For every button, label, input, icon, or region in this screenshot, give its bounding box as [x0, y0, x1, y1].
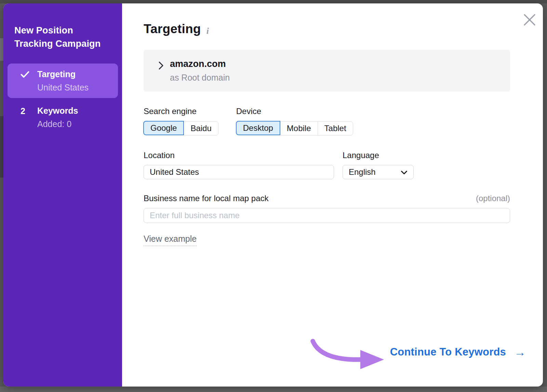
business-name-label: Business name for local map pack	[144, 194, 269, 203]
dimmed-page-background	[0, 387, 547, 392]
campaign-wizard-sidebar: New Position Tracking Campaign Targeting…	[3, 3, 122, 387]
domain-name: amazon.com	[170, 59, 230, 69]
search-engine-option-google[interactable]: Google	[143, 121, 184, 135]
language-selected-value: English	[349, 167, 376, 177]
domain-scope: as Root domain	[170, 73, 230, 83]
sidebar-step-keywords[interactable]: 2 Keywords Added: 0	[8, 100, 118, 135]
device-option-mobile[interactable]: Mobile	[280, 121, 318, 136]
language-label: Language	[343, 151, 414, 160]
continue-to-keywords-button[interactable]: Continue To Keywords →	[390, 346, 526, 358]
location-input[interactable]	[144, 165, 334, 179]
step-number: 2	[21, 106, 37, 116]
arrow-right-icon: →	[514, 347, 526, 358]
check-icon	[21, 69, 37, 78]
dimmed-page-background	[0, 38, 3, 61]
optional-note: (optional)	[476, 194, 510, 203]
search-engine-label: Search engine	[144, 107, 218, 116]
target-domain-summary[interactable]: amazon.com as Root domain	[144, 50, 510, 92]
continue-to-keywords-label: Continue To Keywords	[390, 346, 506, 358]
dimmed-page-background	[0, 0, 547, 3]
step-label-keywords: Keywords	[37, 106, 112, 116]
step-sublabel-keywords: Added: 0	[37, 119, 112, 129]
device-label: Device	[236, 107, 353, 116]
chevron-down-icon	[401, 167, 408, 177]
wizard-title: New Position Tracking Campaign	[3, 24, 122, 51]
search-engine-option-baidu[interactable]: Baidu	[184, 121, 218, 136]
device-option-tablet[interactable]: Tablet	[318, 121, 353, 136]
close-icon[interactable]	[523, 13, 536, 27]
annotation-arrow	[302, 336, 387, 372]
device-option-desktop[interactable]: Desktop	[236, 121, 280, 135]
page-title: Targeting	[144, 22, 201, 36]
device-toggle-group: Desktop Mobile Tablet	[236, 121, 353, 136]
step-sublabel-targeting: United States	[37, 82, 112, 93]
location-label: Location	[144, 151, 334, 160]
business-name-input[interactable]	[144, 208, 510, 223]
info-icon[interactable]: i	[206, 26, 209, 36]
dimmed-page-background	[0, 116, 3, 178]
step-label-targeting: Targeting	[37, 69, 112, 79]
chevron-right-icon	[158, 61, 164, 71]
sidebar-step-targeting[interactable]: Targeting United States	[8, 64, 118, 98]
view-example-link[interactable]: View example	[144, 234, 197, 246]
language-select[interactable]: English	[343, 165, 414, 179]
new-position-tracking-campaign-modal: New Position Tracking Campaign Targeting…	[3, 3, 543, 387]
search-engine-toggle-group: Google Baidu	[144, 121, 218, 136]
targeting-step-panel: Targeting i amazon.com as Root domain Se…	[122, 3, 543, 387]
